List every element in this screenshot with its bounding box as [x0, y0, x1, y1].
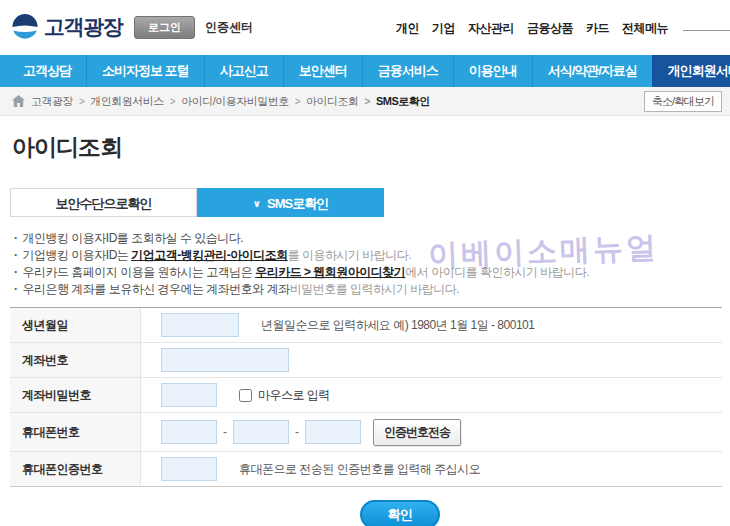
tab-sms-label: SMS로확인 — [267, 196, 328, 211]
field-label: 계좌비밀번호 — [10, 378, 141, 412]
birthdate-hint: 년월일순으로 입력하세요 예) 1980년 1월 1일 - 800101 — [261, 317, 534, 334]
breadcrumb-bar: 고객광장 개인회원서비스 아이디/이용자비밀번호 아이디조회 SMS로확인 축소… — [0, 87, 730, 116]
page-title: 아이디조회 — [12, 132, 722, 163]
notice-list: 개인뱅킹 이용자ID를 조회하실 수 있습니다. 기업뱅킹 이용자ID는 기업고… — [12, 230, 722, 298]
form-row-birthdate: 생년월일 년월일순으로 입력하세요 예) 1980년 1월 1일 - 80010… — [10, 308, 722, 343]
account-password-input[interactable] — [161, 383, 217, 407]
dash-separator — [217, 425, 233, 439]
breadcrumb-item[interactable]: 아이디조회 — [289, 94, 359, 109]
header-divider — [683, 30, 730, 31]
form-row-mobile-number: 휴대폰번호 인증번호전송 — [10, 413, 722, 452]
verify-method-tabs: 보안수단으로확인 SMS로확인 — [10, 188, 384, 217]
top-menu-card[interactable]: 카드 — [586, 20, 609, 37]
birthdate-input[interactable] — [161, 313, 239, 337]
top-menu-all[interactable]: 전체메뉴 — [622, 20, 668, 37]
form-row-account-number: 계좌번호 — [10, 343, 722, 378]
auth-center-link[interactable]: 인증센터 — [205, 19, 253, 36]
main-nav: 고객상담 소비자정보 포털 사고신고 보안센터 금융서비스 이용안내 서식/약관… — [0, 55, 730, 87]
mouse-input-label: 마우스로 입력 — [258, 387, 330, 404]
notice-link[interactable]: 기업고객-뱅킹관리-아이디조회 — [131, 248, 288, 262]
breadcrumb-item[interactable]: 고객광장 — [31, 94, 73, 109]
mobile-part3-input[interactable] — [305, 420, 361, 444]
site-header: 고객광장 로그인 인증센터 개인 기업 자산관리 금융상품 카드 전체메뉴 — [0, 0, 730, 55]
top-utility-menu: 개인 기업 자산관리 금융상품 카드 전체메뉴 — [396, 20, 668, 37]
notice-item: 우리카드 홈페이지 이용을 원하시는 고객님은 우리카드 > 웹회원아이디찾기에… — [12, 264, 722, 281]
notice-text-faded: 에서 아이디를 확인하시기 바랍니다. — [405, 265, 589, 279]
notice-link[interactable]: 우리카드 > 웹회원아이디찾기 — [255, 265, 405, 279]
nav-item-usage-guide[interactable]: 이용안내 — [453, 55, 532, 87]
field-label: 계좌번호 — [10, 343, 141, 377]
notice-text: 개인뱅킹 이용자ID를 조회하실 수 있습니다. — [23, 231, 244, 245]
tab-sms-verify[interactable]: SMS로확인 — [197, 188, 384, 217]
top-menu-products[interactable]: 금융상품 — [527, 20, 573, 37]
breadcrumb-item[interactable]: 아이디/이용자비밀번호 — [164, 94, 289, 109]
form-row-account-password: 계좌비밀번호 마우스로 입력 — [10, 378, 722, 413]
field-label: 생년월일 — [10, 308, 141, 342]
field-label: 휴대폰인증번호 — [10, 452, 141, 486]
nav-item-forms-archive[interactable]: 서식/약관/자료실 — [532, 55, 652, 87]
login-button[interactable]: 로그인 — [134, 16, 195, 39]
home-icon[interactable] — [12, 95, 25, 107]
nav-item-incident-report[interactable]: 사고신고 — [204, 55, 283, 87]
notice-text-faded: 를 이용하시기 바랍니다. — [288, 248, 412, 262]
account-number-input[interactable] — [161, 348, 289, 372]
auth-code-input[interactable] — [161, 457, 217, 481]
notice-text: 우리은행 계좌를 보유하신 경우에는 계좌번호와 계좌 — [23, 282, 290, 296]
notice-text: 우리카드 홈페이지 이용을 원하시는 고객님은 — [23, 265, 256, 279]
confirm-button[interactable]: 확인 — [360, 500, 440, 526]
chevron-down-icon — [253, 189, 260, 218]
notice-item: 개인뱅킹 이용자ID를 조회하실 수 있습니다. — [12, 230, 722, 247]
nav-item-financial-services[interactable]: 금융서비스 — [362, 55, 453, 87]
auth-code-hint: 휴대폰으로 전송된 인증번호를 입력해 주십시오 — [239, 461, 480, 478]
bank-logo-icon — [12, 14, 38, 40]
logo[interactable]: 고객광장 로그인 인증센터 — [12, 13, 253, 41]
logo-text: 고객광장 — [44, 13, 122, 41]
tab-security-method[interactable]: 보안수단으로확인 — [10, 188, 197, 217]
breadcrumb: 고객광장 개인회원서비스 아이디/이용자비밀번호 아이디조회 SMS로확인 — [31, 94, 430, 109]
mouse-input-checkbox[interactable] — [239, 389, 252, 402]
top-menu-personal[interactable]: 개인 — [396, 20, 419, 37]
field-label: 휴대폰번호 — [10, 413, 141, 451]
notice-item: 기업뱅킹 이용자ID는 기업고객-뱅킹관리-아이디조회를 이용하시기 바랍니다. — [12, 247, 722, 264]
mobile-part2-input[interactable] — [233, 420, 289, 444]
nav-item-personal-member-services[interactable]: 개인회원서비스 — [652, 55, 730, 87]
breadcrumb-item-current: SMS로확인 — [359, 94, 430, 109]
nav-item-consult[interactable]: 고객상담 — [8, 55, 86, 87]
zoom-toggle-button[interactable]: 축소/확대보기 — [644, 91, 722, 112]
mobile-part1-input[interactable] — [161, 420, 217, 444]
send-auth-code-button[interactable]: 인증번호전송 — [373, 419, 461, 446]
dash-separator — [289, 425, 305, 439]
main-content: 아이디조회 보안수단으로확인 SMS로확인 개인뱅킹 이용자ID를 조회하실 수… — [0, 132, 730, 526]
notice-text: 기업뱅킹 이용자ID는 — [23, 248, 132, 262]
top-menu-asset[interactable]: 자산관리 — [468, 20, 514, 37]
id-inquiry-form: 생년월일 년월일순으로 입력하세요 예) 1980년 1월 1일 - 80010… — [10, 307, 722, 487]
form-row-auth-code: 휴대폰인증번호 휴대폰으로 전송된 인증번호를 입력해 주십시오 — [10, 452, 722, 486]
nav-item-security-center[interactable]: 보안센터 — [283, 55, 362, 87]
breadcrumb-item[interactable]: 개인회원서비스 — [73, 94, 164, 109]
notice-text-faded: 비밀번호를 입력하시기 바랍니다. — [290, 282, 460, 296]
nav-item-consumer-portal[interactable]: 소비자정보 포털 — [86, 55, 204, 87]
top-menu-business[interactable]: 기업 — [432, 20, 455, 37]
notice-item: 우리은행 계좌를 보유하신 경우에는 계좌번호와 계좌비밀번호를 입력하시기 바… — [12, 281, 722, 298]
